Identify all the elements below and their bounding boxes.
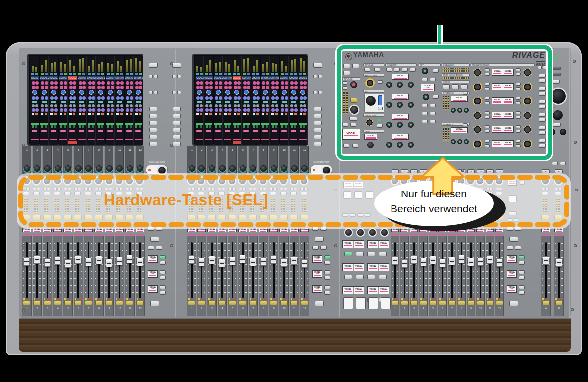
fader-handle[interactable] [458,255,465,263]
screen-knob[interactable] [130,96,133,100]
screen-knob[interactable] [73,96,76,100]
fader-handle[interactable] [198,258,205,266]
main-layer-button[interactable]: A [542,169,550,173]
screen-knob[interactable] [120,104,123,107]
screen-knob[interactable] [120,81,124,85]
screen-knob[interactable] [35,108,39,112]
user-button[interactable] [356,275,364,279]
screen-knob[interactable] [92,96,95,100]
screen-knob[interactable] [215,104,218,107]
screen-encoder[interactable] [106,165,113,172]
on-button[interactable] [126,301,133,305]
screen-knob[interactable] [300,108,303,112]
screen-knob[interactable] [247,81,250,85]
screen-knob[interactable] [205,108,209,112]
on-button[interactable] [85,301,92,305]
custom-button[interactable] [324,291,330,295]
fader-handle[interactable] [188,255,195,264]
screen-knob[interactable] [228,108,232,112]
fader-handle[interactable] [420,258,427,266]
screen-knob[interactable] [219,96,222,100]
screen-knob[interactable] [253,81,256,85]
screen-button[interactable] [197,101,202,103]
screen-knob[interactable] [271,108,275,112]
screen-knob[interactable] [64,96,67,100]
screen-knob[interactable] [126,81,129,85]
user-knob[interactable] [345,229,352,236]
screen-knob[interactable] [247,86,250,89]
screen-knob[interactable] [200,96,203,100]
on-button[interactable] [448,301,456,305]
on-button[interactable] [95,301,103,305]
paired-button[interactable] [312,246,319,250]
screen-knob[interactable] [97,86,101,89]
paired-button[interactable] [552,162,558,165]
fader-handle[interactable] [229,257,236,265]
screen-knob[interactable] [228,81,232,85]
screen-button[interactable] [225,101,230,103]
screen-knob[interactable] [205,104,208,107]
screen-knob[interactable] [135,96,139,100]
fader-handle[interactable] [126,255,133,263]
user-button[interactable] [344,252,352,256]
view-button[interactable] [172,63,181,68]
screen-knob[interactable] [32,104,35,107]
screen-channel-strip[interactable]: VOCAL 4 [68,56,77,145]
custom-button[interactable] [519,285,525,289]
screen-knob[interactable] [271,86,275,89]
screen-pan-knob[interactable] [51,90,56,95]
custom-button[interactable] [324,270,330,274]
screen-pan-knob[interactable] [98,90,103,95]
user-button[interactable] [356,252,364,256]
screen-knob[interactable] [271,96,275,100]
screen-knob[interactable] [256,104,259,107]
on-button[interactable] [458,301,465,305]
screen-knob[interactable] [101,108,105,112]
screen-knob[interactable] [285,86,288,89]
on-button[interactable] [555,301,563,305]
screen-knob[interactable] [32,96,35,100]
screen-pan-knob[interactable] [127,90,132,95]
screen-knob[interactable] [290,96,294,100]
screen-knob[interactable] [243,81,247,85]
screen-button[interactable] [42,101,47,103]
screen-knob[interactable] [285,108,288,112]
screen-channel-strip[interactable]: VOCAL 1 [195,56,204,145]
screen-channel-strip[interactable]: VOCAL 3 [49,56,58,145]
view-button[interactable] [149,63,158,68]
screen-knob[interactable] [209,96,213,100]
phones-knob[interactable] [553,110,563,120]
screen-knob[interactable] [82,104,85,107]
user-defined-key[interactable] [381,297,391,309]
screen-knob[interactable] [224,104,227,107]
screen-knob[interactable] [88,81,92,85]
screen-knob[interactable] [196,81,200,85]
bank-button[interactable] [149,128,157,132]
paired-button[interactable] [320,246,327,250]
screen-knob[interactable] [228,96,232,100]
screen-encoder[interactable] [85,165,92,172]
fader-handle[interactable] [250,258,256,266]
paired-button[interactable] [172,75,176,78]
screen-button[interactable] [79,101,84,103]
screen-pan-knob[interactable] [136,90,141,95]
screen-knob[interactable] [275,104,278,107]
screen-knob[interactable] [215,81,218,85]
screen-encoder[interactable] [240,165,246,172]
custom-button[interactable] [519,291,525,295]
screen-knob[interactable] [135,108,139,112]
layer-button[interactable]: 3 [410,169,418,173]
screen-knob[interactable] [54,96,58,100]
screen-knob[interactable] [247,104,250,107]
on-button[interactable] [208,301,216,305]
screen-knob[interactable] [205,96,209,100]
screen-knob[interactable] [107,86,110,89]
screen-knob[interactable] [205,86,209,89]
screen-encoder[interactable] [127,165,133,172]
screen-knob[interactable] [116,96,120,100]
layer-button[interactable]: 1 [392,169,399,173]
screen-knob[interactable] [135,104,138,107]
custom-button[interactable] [160,261,166,265]
screen-knob[interactable] [32,86,35,89]
fader-handle[interactable] [556,258,562,267]
